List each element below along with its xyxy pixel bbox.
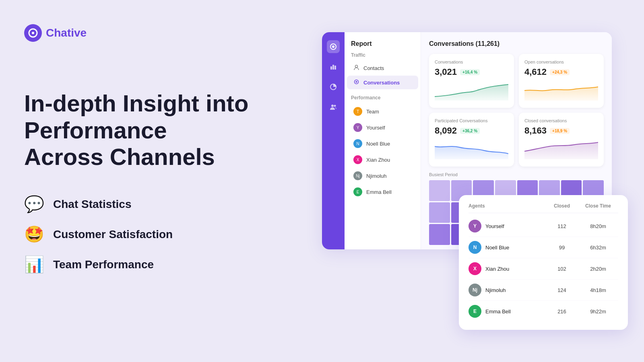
stat-closed: Closed conversations 8,163 +18,9 % xyxy=(519,113,604,167)
nav-noell-label: Noell Blue xyxy=(366,141,390,147)
sidebar-chat-icon[interactable] xyxy=(327,40,340,53)
agent-closed-1: 99 xyxy=(546,245,578,251)
agent-time-4: 9h22m xyxy=(578,309,618,315)
agent-time-0: 8h20m xyxy=(578,223,618,229)
xian-avatar: X xyxy=(353,155,362,164)
svg-point-9 xyxy=(331,105,334,107)
agent-info-1: N Noell Blue xyxy=(469,241,546,254)
table-row: Nj Njimoluh 124 4h18m xyxy=(469,280,618,301)
col-agents: Agents xyxy=(469,203,546,209)
nav-xian-label: Xian Zhou xyxy=(366,157,390,163)
agent-closed-0: 112 xyxy=(546,223,578,229)
stat-closed-badge: +18,9 % xyxy=(550,128,570,134)
agent-avatar-3: Nj xyxy=(469,284,481,296)
nav-conversations-label: Conversations xyxy=(363,80,400,86)
stat-open-value: 4,612 xyxy=(524,67,547,77)
stat-conversations: Conversations 3,021 +16,4 % xyxy=(429,54,514,108)
col-closed: Closed xyxy=(546,203,578,209)
agent-avatar-0: Y xyxy=(469,220,481,232)
feature-label-0: Chat Statistics xyxy=(53,198,132,211)
stat-participated: Participated Conversations 8,092 +36,2 % xyxy=(429,113,514,167)
logo: Chative xyxy=(24,24,250,42)
agent-time-2: 2h20m xyxy=(578,266,618,272)
stat-closed-label: Closed conversations xyxy=(524,118,598,123)
open-chart xyxy=(524,80,598,101)
ui-mockup: Report Traffic Contacts C xyxy=(322,32,628,330)
feature-icon-2: 📊 xyxy=(24,255,44,274)
noell-avatar: N xyxy=(353,139,362,148)
conversations-title: Conversations (11,261) xyxy=(429,40,604,47)
stat-participated-label: Participated Conversations xyxy=(435,118,508,123)
table-row: N Noell Blue 99 6h32m xyxy=(469,237,618,258)
participated-chart xyxy=(435,139,508,159)
nav-item-noell[interactable]: N Noell Blue xyxy=(347,136,418,151)
stats-grid: Conversations 3,021 +16,4 % Open convers… xyxy=(429,54,604,167)
feature-item-0: 💬 Chat Statistics xyxy=(24,195,250,214)
nav-report-title: Report xyxy=(345,40,421,47)
feature-icon-1: 🤩 xyxy=(24,225,44,244)
table-row: E Emma Bell 216 9h22m xyxy=(469,301,618,322)
headline: In-depth Insight into Performance Across… xyxy=(24,90,250,171)
nav-item-emma[interactable]: E Emma Bell xyxy=(347,184,418,200)
heatmap-cell-0 xyxy=(429,180,450,201)
svg-point-2 xyxy=(32,32,34,34)
heatmap-cell-16 xyxy=(429,224,450,245)
svg-point-13 xyxy=(356,81,357,83)
agent-time-1: 6h32m xyxy=(578,245,618,251)
emma-avatar: E xyxy=(353,187,362,196)
nav-item-contacts[interactable]: Contacts xyxy=(347,61,418,75)
nav-contacts-label: Contacts xyxy=(363,65,384,71)
table-row: X Xian Zhou 102 2h20m xyxy=(469,258,618,280)
nav-item-team[interactable]: T Team xyxy=(347,104,418,119)
logo-icon xyxy=(24,24,42,42)
agents-card: Agents Closed Close Time Y Yourself 112 … xyxy=(459,195,628,330)
heatmap-cell-8 xyxy=(429,202,450,223)
svg-point-10 xyxy=(334,105,336,107)
nav-item-yourself[interactable]: Y Yourself xyxy=(347,120,418,135)
svg-rect-5 xyxy=(330,66,332,70)
agent-avatar-2: X xyxy=(469,262,481,275)
agent-info-0: Y Yourself xyxy=(469,220,546,232)
nav-traffic-label: Traffic xyxy=(345,52,421,58)
feature-label-2: Team Performance xyxy=(53,258,154,271)
table-row: Y Yourself 112 8h20m xyxy=(469,216,618,237)
agent-avatar-1: N xyxy=(469,241,481,254)
nav-item-conversations[interactable]: Conversations xyxy=(347,76,418,89)
left-panel: Chative In-depth Insight into Performanc… xyxy=(24,24,250,274)
feature-icon-0: 💬 xyxy=(24,195,44,214)
busiest-label: Busiest Period xyxy=(429,172,604,177)
stat-closed-value: 8,163 xyxy=(524,125,547,136)
stat-conversations-value: 3,021 xyxy=(435,67,457,77)
svg-point-4 xyxy=(332,45,334,48)
col-close-time: Close Time xyxy=(578,203,618,209)
agents-table-header: Agents Closed Close Time xyxy=(469,203,618,213)
svg-rect-6 xyxy=(332,65,334,70)
agent-info-2: X Xian Zhou xyxy=(469,262,546,275)
features-list: 💬 Chat Statistics 🤩 Customer Satisfactio… xyxy=(24,195,250,274)
yourself-avatar: Y xyxy=(353,123,362,132)
feature-label-1: Customer Satisfaction xyxy=(53,228,173,241)
conversations-chart xyxy=(435,80,508,101)
nav-panel: Report Traffic Contacts C xyxy=(345,32,421,249)
agent-name-0: Yourself xyxy=(485,223,504,229)
closed-chart xyxy=(524,139,598,159)
sidebar-users-icon[interactable] xyxy=(327,101,340,113)
nav-njimoluh-label: Njimoluh xyxy=(366,173,387,179)
agent-name-1: Noell Blue xyxy=(485,245,509,251)
nav-item-xian[interactable]: X Xian Zhou xyxy=(347,152,418,167)
agents-rows: Y Yourself 112 8h20m N Noell Blue 99 6h3… xyxy=(469,216,618,322)
njimoluh-avatar: Nj xyxy=(353,171,362,180)
stat-conversations-label: Conversations xyxy=(435,60,508,64)
sidebar-chart-icon[interactable] xyxy=(327,60,340,73)
stat-participated-badge: +36,2 % xyxy=(460,128,480,134)
nav-emma-label: Emma Bell xyxy=(366,189,392,195)
feature-item-1: 🤩 Customer Satisfaction xyxy=(24,225,250,244)
agent-time-3: 4h18m xyxy=(578,287,618,293)
agent-name-2: Xian Zhou xyxy=(485,266,509,272)
nav-item-njimoluh[interactable]: Nj Njimoluh xyxy=(347,168,418,183)
conversations-icon xyxy=(353,79,359,86)
agent-closed-2: 102 xyxy=(546,266,578,272)
agent-info-4: E Emma Bell xyxy=(469,305,546,318)
sidebar xyxy=(322,32,345,249)
sidebar-pie-icon[interactable] xyxy=(327,80,340,93)
